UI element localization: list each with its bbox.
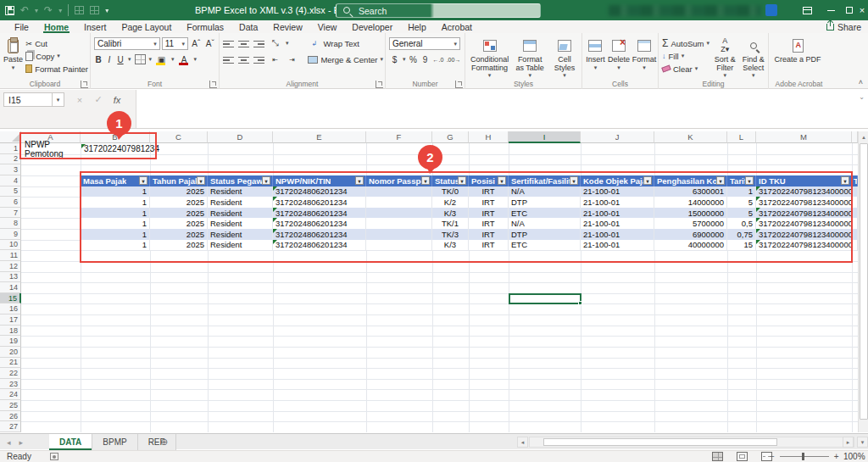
table-cell-partial[interactable]: [852, 229, 858, 240]
table-cell[interactable]: [366, 208, 432, 219]
table-cell[interactable]: [366, 240, 432, 251]
align-top-icon[interactable]: [223, 39, 234, 48]
table-header-partial[interactable]: T: [852, 175, 858, 186]
table-cell[interactable]: Resident: [208, 218, 273, 229]
row-header-5[interactable]: 5: [0, 186, 21, 198]
qat-customize-icon[interactable]: ▾: [105, 7, 108, 14]
user-account-name[interactable]: [609, 5, 761, 16]
accounting-caret-icon[interactable]: ▾: [403, 56, 406, 63]
insert-function-icon[interactable]: fx: [108, 92, 125, 107]
table-header-posisi[interactable]: Posisi▾: [469, 175, 509, 186]
number-dialog-launcher[interactable]: [455, 81, 463, 88]
table-cell[interactable]: 21-100-01: [581, 240, 654, 251]
zoom-level[interactable]: 100%: [843, 452, 865, 461]
row-header-10[interactable]: 10: [0, 240, 21, 251]
normal-view-icon[interactable]: [712, 452, 723, 461]
table-cell[interactable]: 21-100-01: [581, 208, 654, 219]
percent-style-icon[interactable]: %: [409, 53, 419, 65]
table-cell[interactable]: IRT: [469, 229, 509, 240]
column-header-d[interactable]: D: [208, 131, 273, 143]
format-as-table-button[interactable]: Format as Table▾: [513, 36, 547, 79]
fill-color-icon[interactable]: ▣: [155, 53, 168, 65]
filter-caret-icon[interactable]: ▾: [841, 176, 849, 185]
row-header-21[interactable]: 21: [0, 358, 21, 369]
table-cell[interactable]: IRT: [469, 240, 509, 251]
increase-indent-icon[interactable]: ⇥: [286, 53, 298, 65]
create-pdf-button[interactable]: Create a PDF: [772, 36, 823, 79]
find-select-button[interactable]: Find & Select▾: [741, 36, 766, 79]
row-header-27[interactable]: 27: [0, 421, 21, 432]
row-header-8[interactable]: 8: [0, 218, 21, 229]
column-header-k[interactable]: K: [654, 131, 727, 143]
table-header-nomor-passport[interactable]: Nomor Passport▾: [366, 175, 432, 186]
zoom-slider-thumb[interactable]: [802, 453, 804, 460]
qat-custom-icon-1[interactable]: [75, 6, 84, 14]
name-box[interactable]: I15: [3, 92, 53, 107]
accounting-format-icon[interactable]: $: [389, 53, 400, 65]
select-all-corner[interactable]: [0, 131, 21, 143]
table-cell[interactable]: Resident: [208, 197, 273, 208]
table-cell[interactable]: N/A: [509, 218, 581, 229]
table-cell[interactable]: ETC: [509, 208, 581, 219]
table-cell[interactable]: 0,5: [727, 218, 756, 229]
table-cell-partial[interactable]: [852, 208, 858, 219]
italic-button[interactable]: I: [106, 53, 113, 65]
table-cell-partial[interactable]: [852, 197, 858, 208]
table-cell[interactable]: Resident: [208, 208, 273, 219]
number-format-select[interactable]: General▾: [389, 37, 460, 50]
enter-icon[interactable]: ✓: [90, 92, 107, 107]
table-cell[interactable]: 3172022407981234000000: [756, 208, 852, 219]
table-cell-partial[interactable]: [852, 240, 858, 251]
comma-style-icon[interactable]: 9: [421, 53, 430, 65]
wrap-text-button[interactable]: ↲Wrap Text: [308, 37, 383, 49]
row-header-11[interactable]: 11: [0, 250, 21, 261]
table-cell[interactable]: N/A: [509, 186, 581, 198]
column-header-e[interactable]: E: [273, 131, 366, 143]
table-cell[interactable]: IRT: [469, 208, 509, 219]
row-header-18[interactable]: 18: [0, 326, 21, 337]
alignment-dialog-launcher[interactable]: [376, 81, 383, 88]
clipboard-dialog-launcher[interactable]: [81, 81, 88, 88]
filter-caret-icon[interactable]: ▾: [197, 176, 205, 185]
tab-page-layout[interactable]: Page Layout: [114, 20, 179, 33]
increase-decimal-icon[interactable]: ←.0: [432, 53, 445, 65]
row-header-14[interactable]: 14: [0, 282, 21, 293]
tab-data[interactable]: Data: [231, 20, 265, 33]
scroll-up-icon[interactable]: ▴: [859, 131, 868, 142]
formula-input[interactable]: [136, 90, 868, 128]
row-header-26[interactable]: 26: [0, 411, 21, 422]
borders-caret-icon[interactable]: ▾: [149, 56, 153, 63]
fill-color-caret-icon[interactable]: ▾: [171, 56, 175, 63]
table-header-sertifikat-fasilitas[interactable]: Sertifikat/Fasilitas▾: [509, 175, 581, 186]
column-header-g[interactable]: G: [432, 131, 469, 143]
underline-caret-icon[interactable]: ▾: [128, 56, 131, 63]
row-header-12[interactable]: 12: [0, 261, 21, 272]
tab-help[interactable]: Help: [400, 20, 434, 33]
table-cell[interactable]: K/2: [432, 197, 469, 208]
row-header-19[interactable]: 19: [0, 336, 21, 347]
table-cell[interactable]: 3172024806201234: [273, 208, 366, 219]
cell-A1[interactable]: NPWP Pemotong: [22, 144, 80, 154]
sheet-nav-left-icon[interactable]: ◂: [7, 438, 11, 447]
table-cell[interactable]: 1: [81, 240, 150, 251]
tab-insert[interactable]: Insert: [76, 20, 114, 33]
filter-caret-icon[interactable]: ▾: [570, 176, 578, 185]
table-cell[interactable]: 3172022407981234000000: [756, 240, 852, 251]
table-cell[interactable]: IRT: [469, 218, 509, 229]
filter-caret-icon[interactable]: ▾: [716, 176, 725, 185]
align-center-icon[interactable]: [238, 55, 249, 64]
row-header-7[interactable]: 7: [0, 208, 21, 219]
copy-button[interactable]: Copy▾: [25, 50, 88, 62]
table-cell[interactable]: 2025: [150, 229, 208, 240]
table-cell[interactable]: 5700000: [654, 218, 727, 229]
table-cell[interactable]: 1: [81, 186, 150, 198]
align-left-icon[interactable]: [223, 55, 234, 64]
align-right-icon[interactable]: [253, 55, 264, 64]
table-cell[interactable]: [366, 197, 432, 208]
table-cell[interactable]: DTP: [509, 197, 581, 208]
zoom-slider[interactable]: [780, 456, 829, 457]
tab-developer[interactable]: Developer: [344, 20, 400, 33]
table-header-id-tku[interactable]: ID TKU▾: [756, 175, 852, 186]
selected-cell-I15[interactable]: [509, 293, 581, 305]
column-header-l[interactable]: L: [727, 131, 756, 143]
